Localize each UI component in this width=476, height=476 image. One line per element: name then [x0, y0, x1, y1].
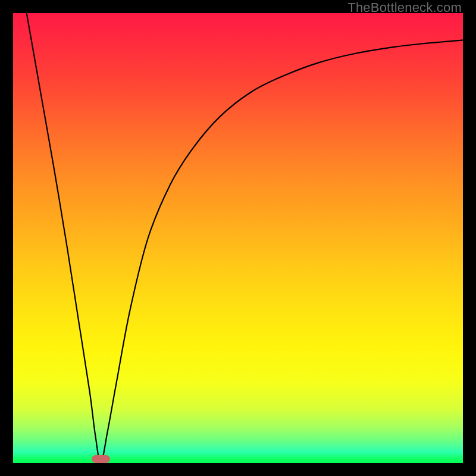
optimal-range-marker [92, 455, 111, 463]
plot-area [13, 13, 463, 463]
chart-frame: TheBottleneck.com [0, 0, 476, 476]
watermark-text: TheBottleneck.com [347, 0, 462, 15]
